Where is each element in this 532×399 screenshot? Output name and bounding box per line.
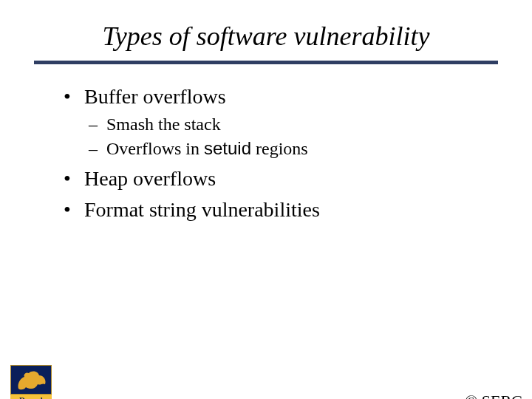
slide-title: Types of software vulnerability bbox=[0, 21, 532, 52]
sub-bullet-item: Smash the stack bbox=[89, 113, 485, 136]
sub-bullet-text: Smash the stack bbox=[106, 115, 221, 134]
sub-bullet-text-post: regions bbox=[251, 139, 308, 158]
copyright: © SERG bbox=[466, 392, 523, 399]
title-rule bbox=[34, 61, 498, 64]
logo: Drexel UNIVERSITY bbox=[10, 365, 52, 399]
bullet-text: Buffer overflows bbox=[84, 85, 226, 108]
sub-bullet-item: Overflows in setuid regions bbox=[89, 137, 485, 160]
bullet-item: Buffer overflows Smash the stack Overflo… bbox=[64, 83, 485, 160]
sub-bullet-text-pre: Overflows in bbox=[106, 139, 204, 158]
slide: Types of software vulnerability Buffer o… bbox=[0, 21, 532, 399]
bullet-item: Heap overflows bbox=[64, 166, 485, 192]
bullet-item: Format string vulnerabilities bbox=[64, 197, 485, 223]
bullet-list: Buffer overflows Smash the stack Overflo… bbox=[64, 83, 485, 223]
bullet-text: Heap overflows bbox=[84, 167, 216, 190]
sub-bullet-code: setuid bbox=[204, 138, 251, 158]
dragon-icon bbox=[16, 368, 48, 393]
logo-name: Drexel bbox=[10, 395, 52, 399]
slide-body: Buffer overflows Smash the stack Overflo… bbox=[64, 83, 485, 223]
sub-bullet-list: Smash the stack Overflows in setuid regi… bbox=[84, 113, 485, 160]
logo-mark bbox=[10, 365, 52, 395]
bullet-text: Format string vulnerabilities bbox=[84, 198, 320, 221]
